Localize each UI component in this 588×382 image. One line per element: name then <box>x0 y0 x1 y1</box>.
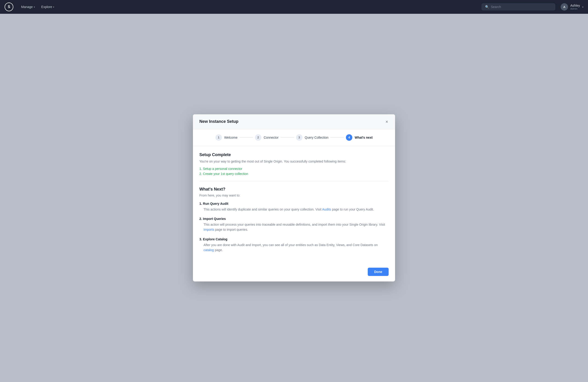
modal: New Instance Setup × 1 Welcome 2 Connect… <box>193 114 395 282</box>
explore-chevron-icon: ▾ <box>53 6 54 8</box>
page-background: New Instance Setup × 1 Welcome 2 Connect… <box>0 14 588 382</box>
next-item-2: 2. Import Queries This action will proce… <box>199 217 389 232</box>
manage-nav[interactable]: Manage ▾ <box>19 4 37 10</box>
avatar: A <box>561 3 568 11</box>
user-name: Ashley <box>570 4 580 7</box>
whats-next-title: What's Next? <box>199 187 389 192</box>
user-role: Admin <box>570 7 580 10</box>
step-1-label: Welcome <box>224 136 237 139</box>
modal-body: Setup Complete You're on your way to get… <box>193 146 395 264</box>
next-item-3: 3. Explore Catalog After you are done wi… <box>199 237 389 253</box>
logo[interactable]: S <box>5 2 13 11</box>
user-area[interactable]: A Ashley Admin ▾ <box>561 3 583 11</box>
setup-complete-title: Setup Complete <box>199 152 389 157</box>
modal-title: New Instance Setup <box>199 119 238 124</box>
step-4-label: What's next <box>355 136 373 139</box>
completed-item-1: 1. Setup a personal connector <box>199 167 389 171</box>
next-item-1-desc: This actions will identify duplicate and… <box>199 207 389 212</box>
user-chevron-icon: ▾ <box>582 6 583 8</box>
step-3: 3 Query Collection <box>296 134 329 141</box>
step-4-circle: 4 <box>346 134 352 141</box>
user-info: Ashley Admin <box>570 4 580 10</box>
next-item-1-title: 1. Run Query Audit <box>199 202 389 205</box>
step-2-circle: 2 <box>255 134 261 141</box>
next-item-3-title: 3. Explore Catalog <box>199 237 389 241</box>
next-item-2-desc: This action will process your queries in… <box>199 222 389 232</box>
next-item-1: 1. Run Query Audit This actions will ide… <box>199 202 389 212</box>
step-2-label: Connector <box>264 136 279 139</box>
modal-header: New Instance Setup × <box>193 114 395 129</box>
step-1: 1 Welcome <box>215 134 237 141</box>
audits-link[interactable]: Audits <box>322 207 331 211</box>
setup-complete-desc: You're on your way to getting the most o… <box>199 160 389 163</box>
step-1-circle: 1 <box>215 134 222 141</box>
step-3-circle: 3 <box>296 134 302 141</box>
manage-chevron-icon: ▾ <box>34 6 35 8</box>
search-input[interactable] <box>491 5 552 9</box>
close-button[interactable]: × <box>385 119 389 124</box>
step-connector-3 <box>330 137 344 138</box>
stepper: 1 Welcome 2 Connector 3 Query Collection <box>193 129 395 146</box>
modal-footer: Done <box>193 264 395 281</box>
navbar: S Manage ▾ Explore ▾ 🔍 A Ashley Admin ▾ <box>0 0 588 14</box>
setup-complete-section: Setup Complete You're on your way to get… <box>199 152 389 176</box>
step-4: 4 What's next <box>346 134 373 141</box>
step-2: 2 Connector <box>255 134 279 141</box>
step-connector-2 <box>280 137 294 138</box>
search-icon: 🔍 <box>485 5 489 9</box>
step-3-label: Query Collection <box>305 136 329 139</box>
step-connector-1 <box>239 137 253 138</box>
imports-link[interactable]: Imports <box>204 228 214 231</box>
next-item-3-desc: After you are done with Audit and Import… <box>199 242 389 253</box>
completed-item-2: 2. Create your 1st query collection <box>199 172 389 176</box>
nav-links: Manage ▾ Explore ▾ <box>19 4 57 10</box>
completed-items-list: 1. Setup a personal connector 2. Create … <box>199 167 389 176</box>
explore-nav[interactable]: Explore ▾ <box>39 4 57 10</box>
catalog-link[interactable]: catalog <box>204 248 214 252</box>
next-items-list: 1. Run Query Audit This actions will ide… <box>199 202 389 253</box>
next-item-2-title: 2. Import Queries <box>199 217 389 221</box>
whats-next-desc: From here, you may want to: <box>199 194 389 197</box>
whats-next-section: What's Next? From here, you may want to:… <box>199 187 389 253</box>
search-bar[interactable]: 🔍 <box>482 3 555 10</box>
done-button[interactable]: Done <box>368 268 389 276</box>
